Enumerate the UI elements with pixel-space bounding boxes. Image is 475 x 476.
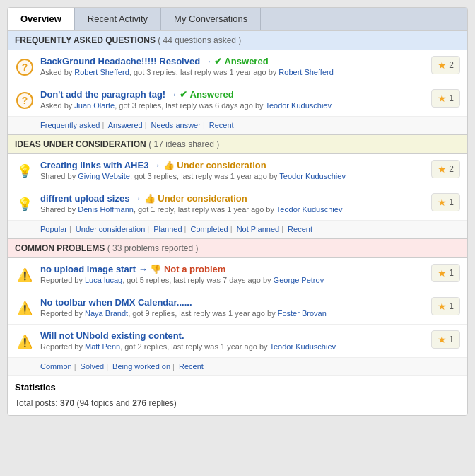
bulb-icon: 💡	[15, 161, 35, 181]
warning-icon: ⚠️	[15, 332, 35, 352]
author-link[interactable]: Denis Hoffmann	[78, 205, 134, 214]
question-icon: ?	[15, 57, 35, 77]
bulb-icon: 💡	[15, 195, 35, 214]
filter-link[interactable]: Recent	[288, 225, 312, 233]
faq-item-title: BackGround Headache!!!!! Resolved → ✔ An…	[40, 56, 426, 66]
question-icon: ?	[15, 91, 35, 110]
star-icon: ★	[438, 334, 447, 345]
faq-item: ? Don't add the paragraph tag! → ✔ Answe…	[8, 83, 467, 117]
ideas-item-link[interactable]: diffrent upload sizes →	[40, 193, 141, 204]
tab-my-conversations[interactable]: My Conversations	[161, 8, 261, 30]
ideas-item-meta: Shared by Giving Website, got 3 replies,…	[40, 172, 426, 180]
author-link[interactable]: Teodor Kuduschiev	[269, 342, 336, 351]
problems-item-meta: Reported by Luca lucag, got 5 replies, l…	[40, 276, 426, 284]
author-link[interactable]: Naya Brandt	[85, 309, 128, 318]
problems-item-link[interactable]: no upload image start →	[40, 264, 148, 274]
filter-link[interactable]: Popular	[40, 225, 67, 233]
faq-item-title: Don't add the paragraph tag! → ✔ Answere…	[40, 89, 426, 100]
star-icon: ★	[438, 267, 447, 279]
statistics-header: Statistics	[8, 376, 467, 395]
star-count: 2	[449, 60, 454, 70]
main-container: Overview Recent Activity My Conversation…	[7, 7, 468, 416]
star-count: 1	[449, 93, 454, 103]
ideas-item: 💡 Creating links with AHE3 → 👍 Under con…	[8, 154, 467, 187]
problems-item-title: no upload image start → 👎 Not a problem	[40, 264, 426, 274]
ideas-item-title: diffrent upload sizes → 👍 Under consider…	[40, 193, 426, 204]
star-count: 1	[449, 268, 454, 278]
filter-link[interactable]: Recent	[179, 362, 204, 371]
faq-item-link[interactable]: Don't add the paragraph tag! →	[40, 89, 177, 100]
problems-item-title: Will not UNbold existing content.	[40, 330, 426, 341]
filter-link[interactable]: Needs answer	[151, 121, 201, 129]
problems-item: ⚠️ no upload image start → 👎 Not a probl…	[8, 258, 467, 291]
status-badge: 👍 Under consideration	[163, 160, 266, 170]
star-icon: ★	[438, 197, 447, 208]
author-link[interactable]: Foster Brovan	[278, 309, 327, 318]
ideas-item-link[interactable]: Creating links with AHE3 →	[40, 160, 160, 170]
star-count: 1	[449, 301, 454, 311]
problems-count: ( 33 problems reported )	[107, 243, 199, 253]
status-badge: ✔ Answered	[214, 56, 268, 66]
ideas-item-meta: Shared by Denis Hoffmann, got 1 reply, l…	[40, 205, 426, 214]
author-link[interactable]: Giving Website	[78, 172, 130, 180]
status-badge: 👎 Not a problem	[150, 264, 225, 274]
ideas-filters: Popular| Under consideration| Planned| C…	[8, 221, 467, 238]
warning-icon: ⚠️	[15, 298, 35, 318]
problems-item-title: No toolbar when DMX Calendar......	[40, 297, 426, 308]
faq-item-meta: Asked by Robert Shefferd, got 3 replies,…	[40, 68, 426, 76]
filter-link[interactable]: Frequently asked	[40, 121, 100, 129]
author-link[interactable]: Teodor Kuduschiev	[276, 205, 343, 214]
status-badge: 👍 Under consideration	[144, 193, 247, 204]
author-link[interactable]: Robert Shefferd	[74, 68, 129, 76]
problems-item: ⚠️ Will not UNbold existing content. Rep…	[8, 325, 467, 358]
author-link[interactable]: Luca lucag	[85, 276, 122, 284]
problems-item-meta: Reported by Matt Penn, got 2 replies, la…	[40, 342, 426, 351]
filter-link[interactable]: Recent	[209, 121, 234, 129]
faq-filters: Frequently asked| Answered| Needs answer…	[8, 117, 467, 134]
ideas-title: IDEAS UNDER CONSIDERATION	[15, 139, 146, 149]
star-rating: ★ 1	[431, 330, 460, 349]
problems-title: COMMON PROBLEMS	[15, 243, 105, 253]
author-link[interactable]: Matt Penn	[85, 342, 120, 351]
faq-item-link[interactable]: BackGround Headache!!!!! Resolved →	[40, 56, 212, 66]
author-link[interactable]: Juan Olarte	[74, 101, 115, 110]
tab-recent-activity[interactable]: Recent Activity	[75, 8, 161, 30]
star-rating: ★ 2	[431, 160, 460, 178]
tab-bar: Overview Recent Activity My Conversation…	[8, 8, 467, 30]
star-icon: ★	[438, 59, 447, 71]
statistics-body: Total posts: 370 (94 topics and 276 repl…	[8, 395, 467, 415]
author-link[interactable]: Teodor Kuduschiev	[279, 172, 346, 180]
faq-title: FREQUENTLY ASKED QUESTIONS	[15, 35, 156, 45]
problems-header: COMMON PROBLEMS ( 33 problems reported )	[8, 238, 467, 258]
problems-item-link[interactable]: Will not UNbold existing content.	[40, 330, 184, 341]
tab-overview[interactable]: Overview	[8, 8, 75, 30]
problems-item-link[interactable]: No toolbar when DMX Calendar......	[40, 297, 192, 308]
filter-link[interactable]: Solved	[81, 362, 105, 371]
ideas-header: IDEAS UNDER CONSIDERATION ( 17 ideas sha…	[8, 134, 467, 154]
author-link[interactable]: Robert Shefferd	[278, 68, 333, 76]
filter-link[interactable]: Planned	[153, 225, 182, 233]
star-rating: ★ 1	[431, 193, 460, 211]
problems-item: ⚠️ No toolbar when DMX Calendar...... Re…	[8, 291, 467, 325]
star-icon: ★	[438, 301, 447, 312]
filter-link[interactable]: Common	[40, 362, 72, 371]
ideas-item-title: Creating links with AHE3 → 👍 Under consi…	[40, 160, 426, 170]
filter-link[interactable]: Under consideration	[76, 225, 145, 233]
star-count: 1	[449, 335, 454, 344]
star-rating: ★ 2	[431, 56, 460, 74]
author-link[interactable]: Teodor Kuduschiev	[265, 101, 332, 110]
ideas-item: 💡 diffrent upload sizes → 👍 Under consid…	[8, 187, 467, 221]
star-count: 1	[449, 197, 454, 207]
faq-count: ( 44 questions asked )	[158, 35, 241, 45]
filter-link[interactable]: Not Planned	[237, 225, 280, 233]
filter-link[interactable]: Completed	[191, 225, 228, 233]
star-rating: ★ 1	[431, 297, 460, 315]
filter-link[interactable]: Answered	[108, 121, 143, 129]
star-count: 2	[449, 164, 454, 174]
problems-filters: Common| Solved| Being worked on| Recent	[8, 358, 467, 376]
problems-item-meta: Reported by Naya Brandt, got 9 replies, …	[40, 309, 426, 318]
filter-link[interactable]: Being worked on	[112, 362, 170, 371]
author-link[interactable]: George Petrov	[274, 276, 324, 284]
star-rating: ★ 1	[431, 89, 460, 108]
status-badge: ✔ Answered	[180, 89, 233, 100]
